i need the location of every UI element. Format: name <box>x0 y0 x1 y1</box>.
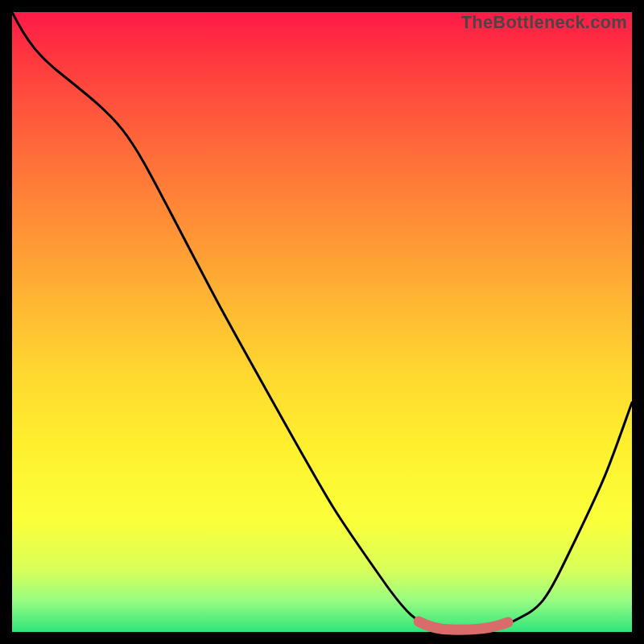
highlight-band-path <box>419 621 508 630</box>
bottleneck-curve-svg <box>12 12 632 632</box>
chart-frame: TheBottleneck.com <box>12 12 632 632</box>
bottleneck-curve-path <box>12 12 632 628</box>
